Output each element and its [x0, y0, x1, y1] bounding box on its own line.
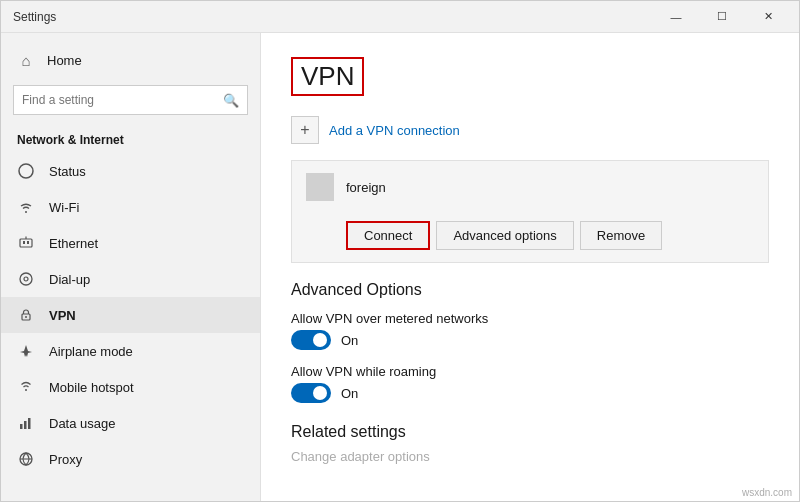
window: Settings — ☐ ✕ ⌂ Home 🔍 Network & Intern… — [0, 0, 800, 502]
sidebar-item-status[interactable]: Status — [1, 153, 260, 189]
sidebar-item-label: Proxy — [49, 452, 82, 467]
sidebar-item-vpn[interactable]: VPN — [1, 297, 260, 333]
svg-point-5 — [20, 273, 32, 285]
airplane-icon — [17, 342, 35, 360]
sidebar-item-ethernet[interactable]: Ethernet — [1, 225, 260, 261]
sidebar-item-label: Ethernet — [49, 236, 98, 251]
toggle-metered-label: On — [341, 333, 358, 348]
page-title: VPN — [291, 57, 364, 96]
svg-rect-11 — [28, 418, 31, 429]
vpn-entry-name: foreign — [346, 180, 386, 195]
advanced-options-title: Advanced Options — [291, 281, 769, 299]
sidebar-item-label: Airplane mode — [49, 344, 133, 359]
add-vpn-label: Add a VPN connection — [329, 123, 460, 138]
datausage-icon — [17, 414, 35, 432]
sidebar-item-datausage[interactable]: Data usage — [1, 405, 260, 441]
search-icon[interactable]: 🔍 — [223, 93, 239, 108]
vpn-actions: Connect Advanced options Remove — [292, 213, 768, 262]
svg-rect-1 — [20, 239, 32, 247]
hotspot-icon — [17, 378, 35, 396]
add-icon: + — [291, 116, 319, 144]
wifi-icon — [17, 198, 35, 216]
watermark: wsxdn.com — [742, 487, 792, 498]
related-settings-title: Related settings — [291, 423, 769, 441]
advanced-options-button[interactable]: Advanced options — [436, 221, 573, 250]
sidebar-home-label: Home — [47, 53, 82, 68]
vpn-icon — [17, 306, 35, 324]
sidebar-item-label: Status — [49, 164, 86, 179]
sidebar-section-header: Network & Internet — [1, 125, 260, 153]
dialup-icon — [17, 270, 35, 288]
remove-button[interactable]: Remove — [580, 221, 662, 250]
sidebar-item-hotspot[interactable]: Mobile hotspot — [1, 369, 260, 405]
svg-point-6 — [24, 277, 28, 281]
option-metered-networks: Allow VPN over metered networks On — [291, 311, 769, 350]
sidebar-item-label: Mobile hotspot — [49, 380, 134, 395]
sidebar-item-wifi[interactable]: Wi-Fi — [1, 189, 260, 225]
svg-rect-3 — [23, 241, 25, 244]
svg-rect-9 — [20, 424, 23, 429]
option-metered-label: Allow VPN over metered networks — [291, 311, 769, 326]
sidebar-item-airplane[interactable]: Airplane mode — [1, 333, 260, 369]
status-icon — [17, 162, 35, 180]
sidebar-item-proxy[interactable]: Proxy — [1, 441, 260, 477]
svg-point-8 — [25, 316, 27, 318]
home-icon: ⌂ — [17, 51, 35, 69]
close-button[interactable]: ✕ — [745, 1, 791, 33]
add-vpn-button[interactable]: + Add a VPN connection — [291, 116, 769, 144]
svg-rect-10 — [24, 421, 27, 429]
proxy-icon — [17, 450, 35, 468]
option-roaming: Allow VPN while roaming On — [291, 364, 769, 403]
content-area: ⌂ Home 🔍 Network & Internet Status Wi-Fi — [1, 33, 799, 501]
sidebar-item-label: VPN — [49, 308, 76, 323]
vpn-entry: foreign Connect Advanced options Remove — [291, 160, 769, 263]
search-input[interactable] — [22, 93, 223, 107]
ethernet-icon — [17, 234, 35, 252]
vpn-entry-icon — [306, 173, 334, 201]
toggle-metered[interactable] — [291, 330, 331, 350]
toggle-roaming-label: On — [341, 386, 358, 401]
change-adapter-link[interactable]: Change adapter options — [291, 449, 769, 464]
minimize-button[interactable]: — — [653, 1, 699, 33]
toggle-row-roaming: On — [291, 383, 769, 403]
option-roaming-label: Allow VPN while roaming — [291, 364, 769, 379]
sidebar: ⌂ Home 🔍 Network & Internet Status Wi-Fi — [1, 33, 261, 501]
sidebar-item-home[interactable]: ⌂ Home — [1, 41, 260, 79]
window-title: Settings — [13, 10, 56, 24]
titlebar: Settings — ☐ ✕ — [1, 1, 799, 33]
sidebar-item-label: Dial-up — [49, 272, 90, 287]
sidebar-item-label: Data usage — [49, 416, 116, 431]
titlebar-controls: — ☐ ✕ — [653, 1, 791, 33]
sidebar-item-dialup[interactable]: Dial-up — [1, 261, 260, 297]
svg-rect-4 — [27, 241, 29, 244]
search-box[interactable]: 🔍 — [13, 85, 248, 115]
maximize-button[interactable]: ☐ — [699, 1, 745, 33]
main-content: VPN + Add a VPN connection foreign Conne… — [261, 33, 799, 501]
toggle-roaming[interactable] — [291, 383, 331, 403]
sidebar-item-label: Wi-Fi — [49, 200, 79, 215]
toggle-row-metered: On — [291, 330, 769, 350]
vpn-entry-header: foreign — [292, 161, 768, 213]
svg-point-0 — [19, 164, 33, 178]
connect-button[interactable]: Connect — [346, 221, 430, 250]
